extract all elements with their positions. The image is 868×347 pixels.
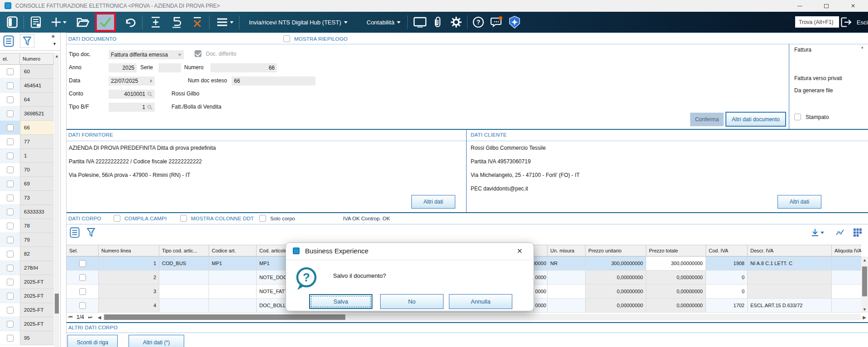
anno-field[interactable]: 2025 [109, 63, 137, 72]
col-prezzo-totale[interactable]: Prezzo totale [646, 245, 706, 257]
sidebar-list-view-icon[interactable] [3, 35, 14, 47]
row-checkbox[interactable] [79, 274, 86, 281]
row-checkbox[interactable] [7, 265, 14, 271]
sidebar-row[interactable]: 73 [0, 191, 54, 205]
row-checkbox[interactable] [79, 288, 86, 295]
invia-ricevi-menu[interactable]: Invia/ricevi NTS Digital Hub (TEST) [244, 12, 352, 33]
col-numero-linea[interactable]: Numero linea [99, 245, 159, 257]
num-doc-esteso-field[interactable]: 66 [232, 76, 315, 86]
search-icon[interactable] [147, 105, 153, 110]
sidebar-scrollbar[interactable]: ▲ [54, 53, 59, 347]
compila-campi-option[interactable]: COMPILA CAMPI CG [114, 215, 167, 222]
mostra-colonne-ddt-checkbox[interactable] [180, 215, 187, 222]
contabilita-menu[interactable]: Contabilità [362, 12, 405, 33]
mostra-riepilogo-option[interactable]: MOSTRA RIEPILOGO [283, 35, 348, 42]
col-quantita-partial[interactable] [534, 245, 548, 257]
sidebar-expand-chevrons[interactable]: » [52, 33, 55, 39]
sidebar-row[interactable]: 6333333 [0, 205, 54, 219]
sidebar-row[interactable]: 3698521 [0, 107, 54, 121]
chat-notifications-icon[interactable] [488, 12, 505, 33]
fornitore-altri-dati-button[interactable]: Altri dati [411, 195, 455, 209]
active-cell[interactable]: 300,00000000 [646, 257, 706, 271]
sidebar-row[interactable]: 454541 [0, 79, 54, 93]
sidebar-row[interactable]: 69 [0, 177, 54, 191]
row-checkbox[interactable] [7, 181, 14, 187]
col-codice-art[interactable]: Codice art. [209, 245, 257, 257]
row-checkbox[interactable] [7, 195, 14, 201]
col-cod-iva[interactable]: Cod. IVA [706, 245, 748, 257]
stampato-checkbox[interactable] [794, 114, 801, 120]
open-folder-icon[interactable] [74, 12, 91, 33]
maximize-button[interactable] [820, 1, 833, 10]
sidebar-collapse-arrow[interactable]: ▼ [52, 42, 57, 46]
revert-row-icon[interactable] [168, 12, 185, 33]
chart-icon[interactable] [835, 228, 844, 237]
row-checkbox[interactable] [7, 307, 14, 314]
grid-view-icon[interactable] [853, 228, 862, 237]
search-icon[interactable] [147, 91, 153, 97]
mostra-riepilogo-checkbox[interactable] [283, 35, 290, 42]
scroll-up-arrow[interactable]: ▲ [861, 257, 868, 263]
dialog-close-icon[interactable]: ✕ [517, 247, 523, 255]
row-checkbox[interactable] [7, 321, 14, 328]
sidebar-row[interactable]: 60 [0, 65, 54, 79]
row-checkbox[interactable] [7, 138, 14, 145]
numero-field[interactable]: 66 [210, 63, 277, 72]
delete-row-icon[interactable] [189, 12, 205, 33]
export-download-icon[interactable] [811, 228, 824, 237]
toggle-sidebar-icon[interactable] [5, 12, 20, 33]
row-checkbox[interactable] [7, 237, 14, 243]
menu-icon[interactable] [215, 12, 235, 33]
stampato-option[interactable]: Stampato [794, 114, 829, 120]
gear-icon[interactable] [447, 12, 465, 33]
first-page-icon[interactable]: ⏮ [67, 314, 75, 320]
add-new-icon[interactable] [49, 12, 69, 33]
tipo-doc-select[interactable]: Fattura differita emessa [109, 50, 184, 59]
scroll-left-arrow[interactable]: ◀ [96, 315, 103, 320]
conto-field[interactable]: 4010001 [109, 90, 155, 99]
no-button[interactable]: No [380, 294, 444, 309]
sidebar-row[interactable]: 78 [0, 219, 54, 233]
salva-button[interactable]: Salva [309, 294, 372, 309]
sidebar-col-sel[interactable]: el. [0, 53, 20, 65]
row-checkbox[interactable] [7, 110, 14, 117]
sidebar-row[interactable]: 278/H [0, 261, 54, 275]
scrollbar-thumb[interactable] [104, 314, 345, 320]
sconti-di-riga-button[interactable]: Sconti di riga [67, 335, 118, 347]
help-icon[interactable]: ? [470, 12, 487, 33]
row-checkbox[interactable] [7, 279, 14, 285]
sidebar-row[interactable]: 79 [0, 233, 54, 247]
paperclip-icon[interactable] [429, 12, 445, 33]
sidebar-row[interactable]: 64 [0, 93, 54, 107]
sidebar-row[interactable]: 1 [0, 149, 54, 163]
row-checkbox[interactable] [7, 293, 14, 299]
insert-row-icon[interactable] [148, 12, 164, 33]
row-checkbox[interactable] [7, 209, 14, 215]
sidebar-row[interactable]: 2025-FT [0, 275, 54, 289]
data-field[interactable]: 22/07/2025 [109, 76, 155, 86]
altri-dati-documento-button[interactable]: Altri dati documento [725, 112, 786, 127]
sidebar-row[interactable]: 2025-FT [0, 317, 54, 331]
sidebar-col-numero[interactable]: Numero [20, 53, 54, 65]
corpo-vertical-scrollbar[interactable]: ▲ ▼ [861, 257, 868, 313]
trova-search-box[interactable]: Trova (Alt+F1) [795, 16, 839, 28]
row-checkbox[interactable] [7, 152, 14, 159]
sidebar-row[interactable]: 2025-FT [0, 289, 54, 303]
conferma-button[interactable]: Conferma [690, 113, 724, 126]
monitor-icon[interactable] [411, 12, 429, 33]
minimize-button[interactable] [793, 1, 806, 10]
serie-field[interactable] [158, 63, 181, 72]
row-checkbox[interactable] [7, 82, 14, 89]
scroll-down-arrow[interactable]: ▼ [861, 306, 868, 313]
undo-icon[interactable] [121, 12, 138, 33]
col-descr-iva[interactable]: Descr. IVA [748, 245, 832, 257]
corpo-list-view-icon[interactable] [70, 227, 80, 238]
row-checkbox[interactable] [7, 166, 14, 173]
document-list-icon[interactable] [28, 12, 43, 33]
row-checkbox[interactable] [7, 124, 14, 131]
tipo-bf-field[interactable]: 1 [109, 103, 155, 112]
row-checkbox[interactable] [79, 302, 86, 309]
sidebar-row[interactable]: 2025-FT [0, 303, 54, 317]
row-checkbox[interactable] [79, 260, 86, 267]
panel-splitter[interactable] [60, 33, 67, 347]
